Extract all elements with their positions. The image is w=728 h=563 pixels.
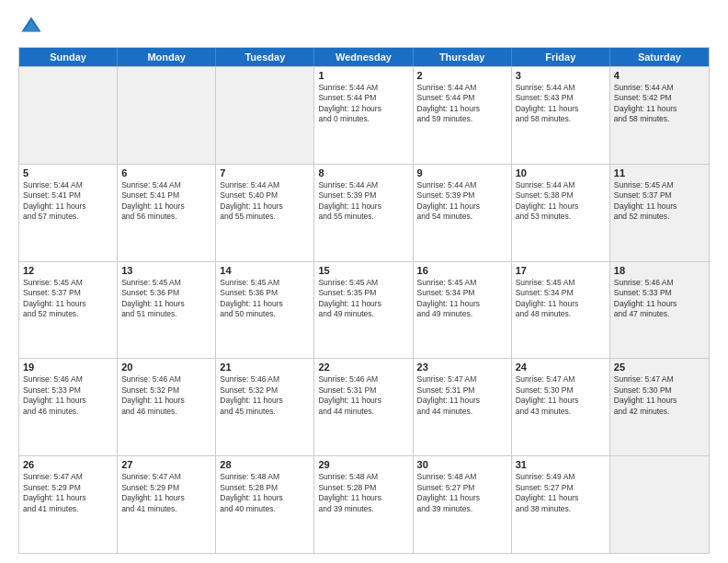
calendar-cell: 16Sunrise: 5:45 AM Sunset: 5:34 PM Dayli… — [414, 262, 512, 359]
day-number: 24 — [516, 362, 606, 373]
cell-info: Sunrise: 5:47 AM Sunset: 5:29 PM Dayligh… — [23, 472, 113, 514]
page: SundayMondayTuesdayWednesdayThursdayFrid… — [0, 0, 728, 563]
calendar-header-cell: Friday — [512, 48, 610, 66]
calendar-cell: 21Sunrise: 5:46 AM Sunset: 5:32 PM Dayli… — [216, 359, 314, 455]
cell-info: Sunrise: 5:44 AM Sunset: 5:40 PM Dayligh… — [220, 180, 310, 223]
calendar-cell: 20Sunrise: 5:46 AM Sunset: 5:32 PM Dayli… — [118, 359, 216, 455]
day-number: 26 — [23, 459, 113, 470]
logo — [18, 14, 48, 40]
calendar-cell: 29Sunrise: 5:48 AM Sunset: 5:28 PM Dayli… — [314, 456, 413, 553]
day-number: 21 — [220, 362, 310, 373]
cell-info: Sunrise: 5:44 AM Sunset: 5:41 PM Dayligh… — [23, 180, 113, 223]
calendar-row: 12Sunrise: 5:45 AM Sunset: 5:37 PM Dayli… — [19, 261, 709, 359]
calendar-cell: 23Sunrise: 5:47 AM Sunset: 5:31 PM Dayli… — [414, 359, 512, 455]
day-number: 16 — [417, 265, 507, 276]
day-number: 10 — [516, 167, 606, 178]
cell-info: Sunrise: 5:44 AM Sunset: 5:39 PM Dayligh… — [417, 180, 507, 223]
day-number: 22 — [318, 362, 408, 373]
cell-info: Sunrise: 5:48 AM Sunset: 5:27 PM Dayligh… — [417, 472, 507, 514]
cell-info: Sunrise: 5:46 AM Sunset: 5:32 PM Dayligh… — [121, 374, 211, 417]
calendar-cell: 15Sunrise: 5:45 AM Sunset: 5:35 PM Dayli… — [314, 262, 413, 359]
calendar-cell: 27Sunrise: 5:47 AM Sunset: 5:29 PM Dayli… — [118, 456, 216, 553]
calendar-row: 19Sunrise: 5:46 AM Sunset: 5:33 PM Dayli… — [19, 358, 709, 455]
cell-info: Sunrise: 5:47 AM Sunset: 5:31 PM Dayligh… — [417, 374, 507, 417]
calendar-cell: 10Sunrise: 5:44 AM Sunset: 5:38 PM Dayli… — [512, 165, 610, 261]
day-number: 6 — [121, 167, 211, 178]
calendar-row: 26Sunrise: 5:47 AM Sunset: 5:29 PM Dayli… — [19, 455, 709, 553]
calendar-cell: 14Sunrise: 5:45 AM Sunset: 5:36 PM Dayli… — [216, 262, 314, 359]
calendar-cell: 4Sunrise: 5:44 AM Sunset: 5:42 PM Daylig… — [610, 67, 709, 164]
calendar-cell: 19Sunrise: 5:46 AM Sunset: 5:33 PM Dayli… — [19, 359, 118, 455]
calendar-cell: 13Sunrise: 5:45 AM Sunset: 5:36 PM Dayli… — [118, 262, 216, 359]
cell-info: Sunrise: 5:46 AM Sunset: 5:31 PM Dayligh… — [318, 374, 408, 417]
cell-info: Sunrise: 5:46 AM Sunset: 5:33 PM Dayligh… — [23, 374, 113, 417]
calendar-cell: 18Sunrise: 5:46 AM Sunset: 5:33 PM Dayli… — [610, 262, 709, 359]
day-number: 3 — [516, 70, 606, 81]
logo-icon — [18, 14, 44, 40]
day-number: 18 — [614, 265, 705, 276]
cell-info: Sunrise: 5:47 AM Sunset: 5:30 PM Dayligh… — [516, 374, 606, 417]
cell-info: Sunrise: 5:44 AM Sunset: 5:44 PM Dayligh… — [318, 83, 408, 125]
cell-info: Sunrise: 5:45 AM Sunset: 5:35 PM Dayligh… — [318, 278, 408, 320]
cell-info: Sunrise: 5:47 AM Sunset: 5:29 PM Dayligh… — [121, 472, 211, 514]
header — [18, 14, 710, 40]
calendar-cell — [118, 67, 216, 164]
cell-info: Sunrise: 5:46 AM Sunset: 5:33 PM Dayligh… — [614, 278, 705, 320]
cell-info: Sunrise: 5:45 AM Sunset: 5:37 PM Dayligh… — [23, 278, 113, 320]
calendar-header-cell: Monday — [118, 48, 216, 66]
cell-info: Sunrise: 5:44 AM Sunset: 5:41 PM Dayligh… — [121, 180, 211, 223]
cell-info: Sunrise: 5:49 AM Sunset: 5:27 PM Dayligh… — [516, 472, 606, 514]
cell-info: Sunrise: 5:45 AM Sunset: 5:36 PM Dayligh… — [220, 278, 310, 320]
cell-info: Sunrise: 5:44 AM Sunset: 5:44 PM Dayligh… — [417, 83, 507, 125]
calendar-header-cell: Thursday — [414, 48, 512, 66]
calendar-cell: 1Sunrise: 5:44 AM Sunset: 5:44 PM Daylig… — [314, 67, 413, 164]
cell-info: Sunrise: 5:44 AM Sunset: 5:38 PM Dayligh… — [516, 180, 606, 223]
cell-info: Sunrise: 5:45 AM Sunset: 5:37 PM Dayligh… — [614, 180, 705, 223]
calendar-cell — [19, 67, 118, 164]
calendar-cell: 3Sunrise: 5:44 AM Sunset: 5:43 PM Daylig… — [512, 67, 610, 164]
calendar-cell — [610, 456, 709, 553]
day-number: 5 — [23, 167, 113, 178]
day-number: 30 — [417, 459, 507, 470]
day-number: 12 — [23, 265, 113, 276]
day-number: 29 — [318, 459, 408, 470]
day-number: 1 — [318, 70, 408, 81]
day-number: 20 — [121, 362, 211, 373]
day-number: 15 — [318, 265, 408, 276]
calendar-cell — [216, 67, 314, 164]
calendar-cell: 28Sunrise: 5:48 AM Sunset: 5:28 PM Dayli… — [216, 456, 314, 553]
cell-info: Sunrise: 5:44 AM Sunset: 5:39 PM Dayligh… — [318, 180, 408, 223]
calendar-row: 1Sunrise: 5:44 AM Sunset: 5:44 PM Daylig… — [19, 66, 709, 164]
day-number: 31 — [516, 459, 606, 470]
day-number: 25 — [614, 362, 705, 373]
cell-info: Sunrise: 5:45 AM Sunset: 5:34 PM Dayligh… — [417, 278, 507, 320]
calendar-cell: 17Sunrise: 5:45 AM Sunset: 5:34 PM Dayli… — [512, 262, 610, 359]
calendar-cell: 11Sunrise: 5:45 AM Sunset: 5:37 PM Dayli… — [610, 165, 709, 261]
calendar-cell: 22Sunrise: 5:46 AM Sunset: 5:31 PM Dayli… — [314, 359, 413, 455]
calendar-header-cell: Wednesday — [314, 48, 413, 66]
calendar-header-cell: Saturday — [610, 48, 709, 66]
calendar-cell: 6Sunrise: 5:44 AM Sunset: 5:41 PM Daylig… — [118, 165, 216, 261]
day-number: 14 — [220, 265, 310, 276]
calendar-cell: 7Sunrise: 5:44 AM Sunset: 5:40 PM Daylig… — [216, 165, 314, 261]
calendar-cell: 30Sunrise: 5:48 AM Sunset: 5:27 PM Dayli… — [414, 456, 512, 553]
cell-info: Sunrise: 5:48 AM Sunset: 5:28 PM Dayligh… — [318, 472, 408, 514]
day-number: 13 — [121, 265, 211, 276]
calendar-cell: 9Sunrise: 5:44 AM Sunset: 5:39 PM Daylig… — [414, 165, 512, 261]
calendar: SundayMondayTuesdayWednesdayThursdayFrid… — [18, 47, 710, 554]
day-number: 4 — [614, 70, 705, 81]
day-number: 11 — [614, 167, 705, 178]
day-number: 19 — [23, 362, 113, 373]
day-number: 9 — [417, 167, 507, 178]
calendar-cell: 24Sunrise: 5:47 AM Sunset: 5:30 PM Dayli… — [512, 359, 610, 455]
day-number: 7 — [220, 167, 310, 178]
calendar-cell: 31Sunrise: 5:49 AM Sunset: 5:27 PM Dayli… — [512, 456, 610, 553]
calendar-cell: 5Sunrise: 5:44 AM Sunset: 5:41 PM Daylig… — [19, 165, 118, 261]
calendar-row: 5Sunrise: 5:44 AM Sunset: 5:41 PM Daylig… — [19, 164, 709, 261]
day-number: 27 — [121, 459, 211, 470]
cell-info: Sunrise: 5:48 AM Sunset: 5:28 PM Dayligh… — [220, 472, 310, 514]
calendar-cell: 12Sunrise: 5:45 AM Sunset: 5:37 PM Dayli… — [19, 262, 118, 359]
day-number: 28 — [220, 459, 310, 470]
calendar-cell: 25Sunrise: 5:47 AM Sunset: 5:30 PM Dayli… — [610, 359, 709, 455]
calendar-header-cell: Tuesday — [216, 48, 314, 66]
